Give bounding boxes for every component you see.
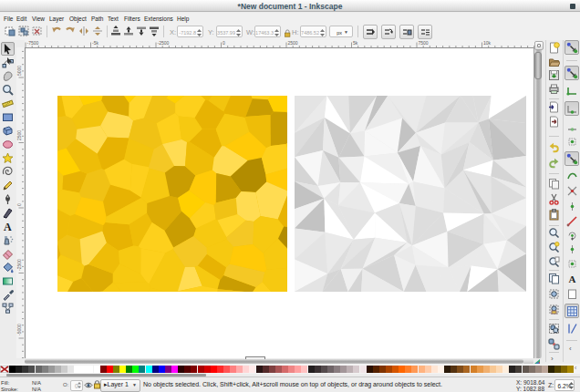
svg-text:2500: 2500 (288, 40, 298, 46)
svg-text:5000: 5000 (16, 66, 22, 76)
svg-text:-5000: -5000 (16, 324, 22, 335)
svg-text:-2500: -2500 (158, 40, 170, 46)
svg-text:0: 0 (16, 203, 22, 206)
svg-text:7500: 7500 (419, 40, 429, 46)
svg-text:5k: 5k (353, 40, 358, 46)
svg-text:A: A (4, 221, 12, 232)
svg-text:-5k: -5k (92, 40, 98, 46)
svg-text:0: 0 (223, 40, 225, 46)
svg-text:-2500: -2500 (16, 259, 22, 271)
svg-text:2500: 2500 (16, 130, 22, 140)
svg-text:A: A (568, 273, 575, 284)
svg-text:-7500: -7500 (27, 40, 39, 46)
svg-text:10k: 10k (483, 40, 492, 46)
